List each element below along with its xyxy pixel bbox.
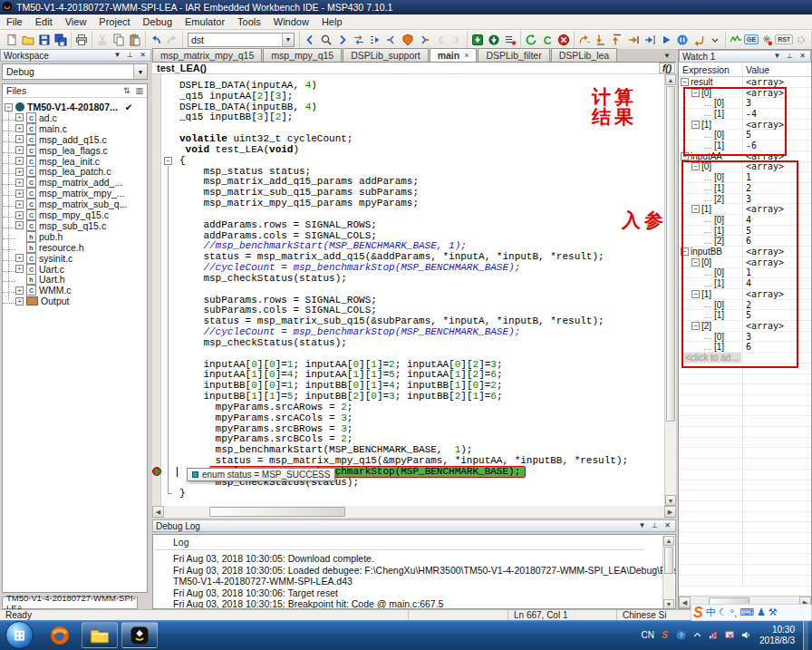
tab-msp_matrix_mpy_q15[interactable]: msp_matrix_mpy_q15: [152, 48, 262, 62]
debug-download-icon[interactable]: [486, 32, 502, 47]
workspace-header[interactable]: Workspace ▼ ⊥ ✕: [0, 49, 151, 62]
tree-item-main.c[interactable]: +Cmain.c: [3, 123, 67, 134]
watch-column-headers[interactable]: Expression Value: [679, 63, 811, 77]
scroll-thumb[interactable]: [209, 507, 345, 517]
tree-item-msp_lea_patch.c[interactable]: +Cmsp_lea_patch.c: [3, 166, 111, 177]
close-icon[interactable]: ✕: [138, 51, 148, 60]
scroll-right-icon[interactable]: ▶: [664, 506, 676, 518]
code-line[interactable]: {: [179, 156, 186, 167]
redo-icon[interactable]: [164, 32, 180, 47]
tray-sogou-icon[interactable]: S: [659, 629, 671, 641]
collapse-icon[interactable]: −: [681, 78, 689, 86]
tray-language-label[interactable]: CN: [642, 630, 654, 640]
network-disconnected-icon[interactable]: [708, 629, 720, 641]
tree-item-uart.h[interactable]: hUart.h: [3, 274, 65, 285]
code-line[interactable]: _q15 inputAA[2][3];: [179, 92, 293, 102]
device-error-icon[interactable]: [724, 629, 736, 641]
expand-icon[interactable]: +: [15, 189, 24, 198]
continue-icon[interactable]: C: [539, 32, 556, 47]
go-icon[interactable]: [658, 32, 674, 47]
tab-main[interactable]: main×: [430, 48, 478, 62]
menu-window[interactable]: Window: [267, 15, 315, 28]
tab-msp_mpy_q15[interactable]: msp_mpy_q15: [263, 48, 342, 62]
save-all-icon[interactable]: [53, 32, 69, 47]
punctuation-icon[interactable]: °,: [730, 607, 737, 618]
tree-item-project-root[interactable]: −TM50-V1-4-201807...✔: [3, 102, 133, 112]
expand-icon[interactable]: +: [15, 200, 24, 209]
step-into-icon[interactable]: [593, 32, 609, 47]
editor-horizontal-scrollbar[interactable]: ◀ ▶: [152, 506, 676, 518]
configuration-dropdown[interactable]: Debug ▼: [2, 63, 148, 80]
scroll-up-icon[interactable]: ▲: [663, 536, 674, 546]
expand-icon[interactable]: +: [15, 211, 24, 219]
expand-icon[interactable]: +: [15, 286, 24, 295]
title-bar[interactable]: TM50-V1-4-20180727-WMM-SPI-LEA - IAR Emb…: [0, 0, 812, 15]
download-and-debug-icon[interactable]: [469, 32, 486, 47]
watch-empty-row[interactable]: [679, 565, 811, 576]
tree-item-msp_matrix_add_...[interactable]: +Cmsp_matrix_add_...: [3, 177, 122, 188]
chevron-down-icon[interactable]: ▼: [133, 64, 147, 79]
start-button[interactable]: ⊞: [5, 621, 34, 649]
rst-toggle-button[interactable]: RST: [775, 34, 793, 44]
chinese-mode-icon[interactable]: 中: [706, 606, 716, 619]
menu-dropdown-icon[interactable]: ▼: [772, 52, 782, 61]
reset-icon[interactable]: [523, 32, 539, 47]
stop-debugging-icon[interactable]: [691, 32, 707, 47]
break-stop-icon[interactable]: [556, 32, 572, 47]
close-tab-icon[interactable]: ×: [464, 51, 469, 60]
code-line[interactable]: _q15 inputBB[3][2];: [179, 112, 293, 123]
function-list-icon[interactable]: [367, 32, 383, 47]
gear-icon[interactable]: [793, 32, 809, 47]
expand-icon[interactable]: +: [15, 168, 24, 176]
expand-icon[interactable]: +: [15, 221, 24, 229]
watch-empty-row[interactable]: [679, 459, 811, 470]
debug-without-downloading-icon[interactable]: [502, 32, 518, 47]
tab-dsplib_filter[interactable]: DSPLib_filter: [478, 48, 549, 62]
watch-header[interactable]: Watch 1 ▼ ⊥ ✕: [679, 50, 811, 63]
copy-icon[interactable]: [111, 32, 127, 47]
show-desktop-button[interactable]: [803, 620, 808, 650]
code-line[interactable]: msp_matrix_mpy_q15_params mpyParams;: [179, 199, 419, 209]
debug-log-header[interactable]: Debug Log ▼ ⊥ ✕: [152, 519, 676, 532]
step-out-icon[interactable]: [609, 32, 625, 47]
watch-row-result[interactable]: −result<array>: [679, 77, 811, 88]
editor-vertical-scrollbar[interactable]: ▲ ▼: [664, 74, 676, 506]
watch-empty-row[interactable]: [679, 522, 811, 533]
tree-item-ad.c[interactable]: +Cad.c: [3, 112, 57, 123]
tree-item-msp_lea_init.c[interactable]: +Cmsp_lea_init.c: [3, 156, 100, 167]
menu-tools[interactable]: Tools: [231, 15, 267, 28]
scroll-down-icon[interactable]: ▼: [665, 495, 676, 506]
tree-item-resource.h[interactable]: hresource.h: [3, 242, 84, 253]
jump-to-icon[interactable]: [351, 32, 367, 47]
close-icon[interactable]: ✕: [662, 521, 672, 530]
nav-back-icon[interactable]: [302, 32, 318, 47]
code-line[interactable]: msp_checkStatus(status);: [179, 274, 347, 285]
skin-tools-icon[interactable]: ⚒: [768, 606, 778, 618]
overview-icon[interactable]: ▥: [135, 86, 143, 95]
cut-icon[interactable]: [94, 32, 111, 47]
expand-icon[interactable]: +: [15, 254, 24, 262]
search-combo[interactable]: dst▼: [188, 33, 295, 47]
tree-item-msp_matrix_mpy_...[interactable]: +Cmsp_matrix_mpy_...: [3, 188, 125, 199]
code-line[interactable]: msp_checkStatus(status);: [179, 338, 347, 349]
tree-item-pub.h[interactable]: hpub.h: [3, 231, 63, 242]
tree-item-msp_mpy_q15.c[interactable]: +Cmsp_mpy_q15.c: [3, 209, 109, 220]
watch-empty-row[interactable]: [679, 449, 811, 460]
files-column-header[interactable]: Files ⇅▥: [3, 84, 147, 98]
menu-dropdown-icon[interactable]: ▼: [637, 521, 647, 530]
interrupt-disable-icon[interactable]: [759, 32, 775, 47]
chevron-down-icon[interactable]: ▼: [282, 34, 294, 46]
new-document-icon[interactable]: [4, 32, 20, 47]
prev-bookmark-icon[interactable]: [383, 32, 400, 47]
function-list-button[interactable]: f(): [659, 63, 675, 73]
menu-debug[interactable]: Debug: [137, 15, 179, 28]
menu-help[interactable]: Help: [315, 15, 349, 28]
pin-icon[interactable]: ⊥: [125, 51, 135, 60]
tree-item-msp_sub_q15.c[interactable]: +Cmsp_sub_q15.c: [3, 220, 106, 231]
taskbar-firefox-button[interactable]: [42, 622, 78, 648]
expand-icon[interactable]: +: [15, 124, 24, 132]
menu-dropdown-icon[interactable]: ▼: [112, 51, 122, 60]
ge-toggle-button[interactable]: GE: [744, 34, 759, 44]
expand-icon[interactable]: +: [15, 265, 24, 273]
print-icon[interactable]: [73, 32, 90, 47]
